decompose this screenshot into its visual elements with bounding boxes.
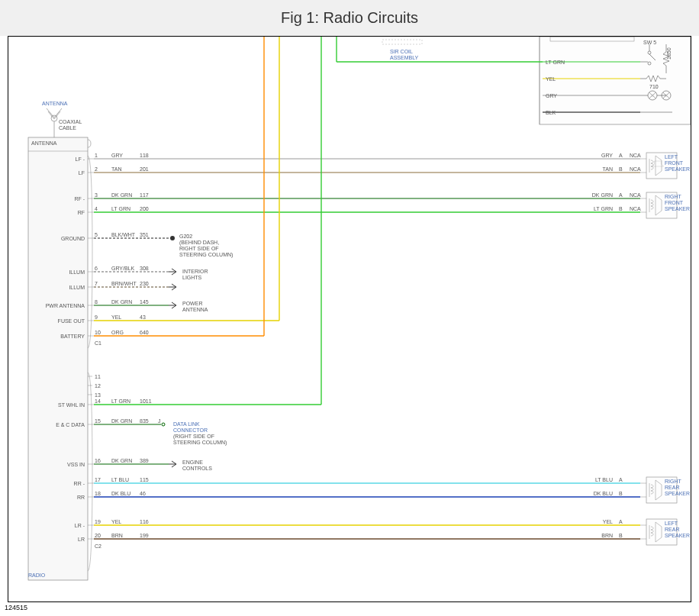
wire-yel: YEL [111, 314, 121, 320]
pin-fuseout: FUSE OUT [58, 318, 85, 324]
pin-ecdata: E & C DATA [56, 422, 85, 427]
svg-text:B: B [619, 166, 623, 172]
pin-illum: ILLUM [69, 269, 85, 275]
gry-label: GRY [546, 93, 557, 98]
rr-speaker-label: RIGHTREARSPEAKER [665, 479, 690, 496]
svg-text:LT BLU: LT BLU [595, 477, 613, 482]
svg-text:117: 117 [140, 192, 149, 198]
svg-text:J: J [158, 418, 161, 424]
wire-yel2: YEL [111, 519, 121, 524]
c2-label: C2 [95, 543, 101, 549]
r1850-label: 1850 [666, 47, 672, 60]
svg-text:B: B [619, 533, 623, 538]
pinnum-5: 5 [95, 232, 98, 237]
pinnum-4: 4 [95, 206, 98, 211]
yel-label: YEL [546, 76, 556, 82]
interior-lights-label: INTERIORLIGHTS [182, 269, 208, 280]
pin-ground: GROUND [61, 236, 85, 241]
svg-text:DK GRN: DK GRN [592, 192, 613, 198]
wire-gryblk: GRY/BLK [111, 266, 135, 271]
svg-text:A: A [619, 519, 623, 524]
svg-text:B: B [619, 491, 623, 496]
rf-speaker-label: RIGHTFRONTSPEAKER [665, 194, 690, 211]
svg-text:118: 118 [140, 153, 149, 158]
wire-ltgrn2: LT GRN [111, 398, 130, 404]
sir-coil-label: SIR COILASSEMBLY [390, 49, 419, 60]
svg-text:LT GRN: LT GRN [594, 206, 613, 211]
pinnum-12: 12 [95, 383, 101, 389]
antenna-label: ANTENNA [42, 101, 68, 106]
svg-text:A: A [619, 153, 623, 158]
pin-stwhl: ST WHL IN [58, 402, 85, 408]
svg-text:200: 200 [140, 206, 149, 211]
wire-dkgrn2: DK GRN [111, 299, 132, 305]
data-link-sub-label: (RIGHT SIDE OFSTEERING COLUMN) [173, 434, 227, 446]
svg-text:NCA: NCA [630, 166, 641, 172]
pin-rf-minus: RF - [74, 196, 85, 202]
svg-text:116: 116 [140, 519, 149, 524]
g202-label: G202(BEHIND DASH,RIGHT SIDE OFSTEERING C… [179, 234, 233, 258]
wire-dkblu: DK BLU [111, 491, 130, 496]
svg-text:145: 145 [140, 299, 149, 305]
svg-text:YEL: YEL [603, 519, 613, 524]
wire-blkwht: BLK/WHT [111, 232, 136, 237]
wire-ltblu: LT BLU [111, 477, 129, 482]
svg-point-9 [170, 236, 175, 240]
svg-text:43: 43 [140, 314, 146, 320]
pin-rr-minus: RR - [74, 481, 85, 486]
pinnum-3: 3 [95, 192, 98, 198]
pinnum-19: 19 [95, 519, 101, 524]
svg-rect-0 [28, 137, 88, 580]
svg-text:A: A [619, 192, 623, 198]
svg-text:640: 640 [140, 330, 149, 335]
pinnum-2: 2 [95, 166, 98, 172]
pinnum-8: 8 [95, 299, 98, 305]
pin-lr: LR [78, 537, 85, 542]
svg-text:351: 351 [140, 232, 149, 237]
svg-text:DK BLU: DK BLU [594, 491, 613, 496]
svg-text:389: 389 [140, 458, 149, 463]
svg-text:BRN: BRN [601, 533, 613, 538]
svg-rect-52 [382, 40, 422, 44]
svg-text:308: 308 [140, 266, 149, 271]
pin-pwrant: PWR ANTENNA [46, 303, 85, 308]
pin-battery: BATTERY [60, 334, 85, 339]
c1-label: C1 [95, 340, 101, 346]
pinnum-13: 13 [95, 392, 101, 398]
wire-tan: TAN [111, 166, 121, 172]
pin-vssin: VSS IN [67, 462, 85, 467]
svg-text:NCA: NCA [630, 206, 641, 211]
pinnum-16: 16 [95, 458, 101, 463]
wire-dkgrn3: DK GRN [111, 418, 132, 424]
lr-speaker-label: LEFTREARSPEAKER [665, 521, 690, 538]
pinnum-1: 1 [95, 153, 98, 158]
pinnum-14: 14 [95, 398, 101, 404]
pin-rf: RF [78, 210, 85, 215]
diagram-title: Fig 1: Radio Circuits [0, 0, 699, 36]
pinnum-9: 9 [95, 314, 98, 320]
svg-text:46: 46 [140, 491, 146, 496]
antenna2-label: ANTENNA [31, 140, 57, 146]
pinnum-17: 17 [95, 477, 101, 482]
svg-point-20 [162, 423, 165, 426]
wire-org: ORG [111, 330, 124, 335]
diagram-id: 124515 [0, 602, 699, 613]
svg-text:NCA: NCA [630, 192, 641, 198]
ltgrn-label: LT GRN [546, 60, 565, 65]
power-antenna-label: POWERANTENNA [182, 301, 208, 312]
pinnum-7: 7 [95, 281, 98, 286]
svg-text:835: 835 [140, 418, 149, 424]
pin-illum2: ILLUM [69, 285, 85, 290]
pinnum-18: 18 [95, 491, 101, 496]
engine-controls-label: ENGINECONTROLS [182, 460, 212, 471]
pinnum-10: 10 [95, 330, 101, 335]
svg-text:1011: 1011 [140, 398, 152, 404]
lf-speaker-label: LEFTFRONTSPEAKER [665, 154, 690, 172]
svg-text:TAN: TAN [603, 166, 613, 172]
svg-text:NCA: NCA [630, 153, 641, 158]
pinnum-6: 6 [95, 266, 98, 271]
radio-label: RADIO [28, 572, 46, 578]
pinnum-11: 11 [95, 374, 101, 379]
r710-label: 710 [649, 84, 659, 89]
svg-text:GRY: GRY [601, 153, 613, 158]
